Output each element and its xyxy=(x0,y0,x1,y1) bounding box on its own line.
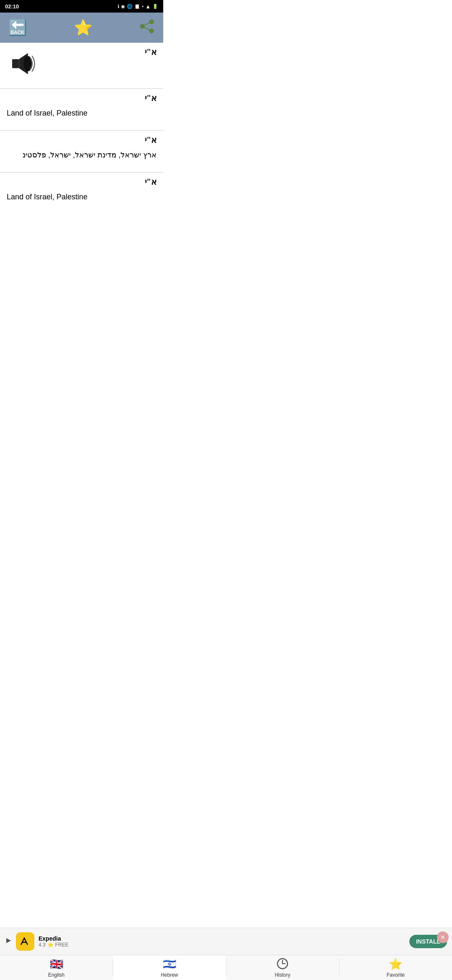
entry-1-lang-label: א"י xyxy=(40,47,157,57)
header-toolbar: 🔙 ⭐ xyxy=(0,13,163,43)
share-button[interactable] xyxy=(139,18,155,37)
mask-icon: ◉ xyxy=(121,4,125,9)
info-icon: ℹ xyxy=(118,4,119,9)
status-bar: 02:10 ℹ ◉ 🌐 📋 • ▲ 🔋 xyxy=(0,0,163,13)
main-content: א"י א"י Land of Israel, Palestine א"י אר… xyxy=(0,43,163,269)
back-button[interactable]: 🔙 xyxy=(8,20,27,35)
svg-line-4 xyxy=(142,26,152,31)
share-icon xyxy=(139,21,155,38)
entry-3: א"י ארץ ישראל, מדינת ישראל, ישראל, פלסטי… xyxy=(0,131,163,173)
entry-3-text: ארץ ישראל, מדינת ישראל, ישראל, פלסטינ xyxy=(7,147,157,165)
entry-2-lang-label: א"י xyxy=(7,93,157,103)
entry-4-lang-label: א"י xyxy=(7,177,157,187)
entry-4: א"י Land of Israel, Palestine xyxy=(0,173,163,214)
entry-1: א"י xyxy=(0,43,163,89)
entry-2-text: Land of Israel, Palestine xyxy=(7,105,157,124)
entry-4-text: Land of Israel, Palestine xyxy=(7,188,157,207)
dot-icon: • xyxy=(142,4,144,9)
svg-line-3 xyxy=(142,22,152,26)
status-time: 02:10 xyxy=(5,3,19,10)
speaker-wrapper[interactable] xyxy=(7,47,40,80)
svg-point-6 xyxy=(23,56,33,71)
battery-icon: 🔋 xyxy=(152,4,158,9)
entry-3-lang-label: א"י xyxy=(7,135,157,145)
star-icon: ⭐ xyxy=(74,19,92,36)
speaker-icon xyxy=(8,49,39,79)
entry-2: א"י Land of Israel, Palestine xyxy=(0,89,163,131)
favorite-star-button[interactable]: ⭐ xyxy=(74,20,92,35)
wifi-icon: ▲ xyxy=(145,3,151,10)
globe-icon: 🌐 xyxy=(127,4,133,9)
svg-point-0 xyxy=(149,20,154,24)
svg-rect-5 xyxy=(12,59,19,68)
back-arrow-icon: 🔙 xyxy=(8,19,27,36)
clipboard-icon: 📋 xyxy=(134,4,140,9)
status-icons: ℹ ◉ 🌐 📋 • ▲ 🔋 xyxy=(118,3,158,10)
